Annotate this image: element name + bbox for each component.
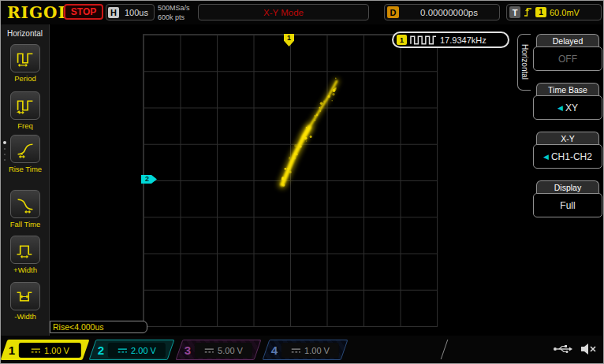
trigger-badge: T xyxy=(509,6,520,18)
period-icon xyxy=(15,50,35,68)
xy-trace xyxy=(50,24,517,336)
horizontal-menu-panel: Horizontal Delayed OFF Time Base ◀ XY X-… xyxy=(517,24,604,336)
channel-status-bar: 1 1.00 V 2 2.00 V xyxy=(1,336,604,364)
trigger-box[interactable]: T 1 60.0mV xyxy=(506,4,602,20)
system-icons xyxy=(553,342,597,356)
time-base-label: Time Base xyxy=(536,83,599,95)
fall-time-icon xyxy=(15,195,35,214)
freq-source-badge: 1 xyxy=(397,35,407,45)
delayed-value: OFF xyxy=(558,54,577,65)
channel-1-scale: 1.00 V xyxy=(44,345,69,355)
dc-coupling-icon xyxy=(204,347,214,353)
measure-item-freq[interactable]: Freq xyxy=(1,91,50,130)
rise-time-button[interactable] xyxy=(10,135,40,163)
channel-4-tab[interactable]: 4 1.00 V xyxy=(263,340,349,360)
memory-depth: 600k pts xyxy=(158,13,190,22)
horizontal-timebase-box[interactable]: H 100us xyxy=(106,4,155,20)
measure-item-neg-width[interactable]: -Width xyxy=(1,282,50,321)
dc-coupling-icon xyxy=(31,347,41,353)
xy-source-value: CH1-CH2 xyxy=(551,151,592,162)
channel-2-number: 2 xyxy=(98,344,104,357)
pos-width-icon xyxy=(15,241,35,259)
measure-menu-panel: Horizontal Period Freq xyxy=(1,24,50,336)
measure-item-period[interactable]: Period xyxy=(1,44,50,83)
measure-item-fall-time[interactable]: Fall Time xyxy=(1,190,50,228)
rise-time-icon xyxy=(15,140,35,158)
pos-width-button[interactable] xyxy=(10,236,40,264)
menu-item-xy-source[interactable]: X-Y ◀ CH1-CH2 xyxy=(533,132,602,169)
freq-label: Freq xyxy=(1,121,50,130)
square-wave-icon xyxy=(410,35,437,45)
delay-badge: D xyxy=(387,6,399,18)
usb-icon xyxy=(553,344,573,355)
delay-box[interactable]: D 0.00000000ps xyxy=(384,4,500,20)
rise-time-label: Rise Time xyxy=(1,165,50,173)
oscilloscope-screen: RIGOL STOP H 100us 500MSa/s 600k pts X-Y… xyxy=(0,0,604,364)
fall-time-label: Fall Time xyxy=(1,220,50,228)
menu-item-display[interactable]: Display Full xyxy=(533,180,602,217)
xy-source-value-button[interactable]: ◀ CH1-CH2 xyxy=(533,144,602,169)
channel-4-scale: 1.00 V xyxy=(304,345,330,355)
scroll-dot xyxy=(4,154,6,155)
scroll-dot-active xyxy=(3,141,6,144)
delayed-value-button[interactable]: OFF xyxy=(533,46,602,71)
bottom-bar-divider xyxy=(441,340,449,359)
neg-width-icon xyxy=(15,288,35,306)
rising-edge-icon xyxy=(524,7,532,17)
channel-1-scale-box: 1.00 V xyxy=(19,343,81,358)
menu-scroll-indicator xyxy=(3,141,6,161)
rigol-logo: RIGOL xyxy=(7,3,70,22)
measure-menu-title: Horizontal xyxy=(1,29,49,38)
mode-banner-box: X-Y Mode xyxy=(198,4,369,20)
delayed-label: Delayed xyxy=(536,34,599,46)
dc-coupling-icon xyxy=(291,347,301,353)
channel-2-tab[interactable]: 2 2.00 V xyxy=(89,340,175,360)
xy-source-label: X-Y xyxy=(536,132,599,144)
menu-item-time-base[interactable]: Time Base ◀ XY xyxy=(533,83,602,120)
freq-icon xyxy=(15,97,35,115)
menu-tab-label: Horizontal xyxy=(520,44,529,80)
display-value-button[interactable]: Full xyxy=(533,193,602,217)
trigger-source-badge: 1 xyxy=(535,7,546,17)
channel-4-number: 4 xyxy=(271,344,278,357)
channel-3-scale: 5.00 V xyxy=(218,345,243,355)
freq-button[interactable] xyxy=(10,91,40,120)
display-value: Full xyxy=(560,200,575,211)
dc-coupling-icon xyxy=(117,347,128,353)
scroll-dot xyxy=(4,159,6,161)
freq-counter-value: 17.9347kHz xyxy=(440,35,487,45)
period-label: Period xyxy=(1,74,50,83)
frequency-counter: 1 17.9347kHz xyxy=(392,32,509,48)
period-button[interactable] xyxy=(10,44,40,72)
neg-width-button[interactable] xyxy=(10,282,40,310)
scroll-dot xyxy=(4,148,6,150)
pos-width-label: +Width xyxy=(1,266,50,274)
measurement-readout: Rise<4.000us xyxy=(50,321,147,333)
left-arrow-icon: ◀ xyxy=(543,153,549,161)
menu-item-delayed[interactable]: Delayed OFF xyxy=(533,34,602,71)
timebase-value: 100us xyxy=(119,8,154,17)
menu-tab-horizontal: Horizontal xyxy=(517,34,531,91)
run-state-badge[interactable]: STOP xyxy=(64,4,103,20)
time-base-value-button[interactable]: ◀ XY xyxy=(533,95,602,120)
time-base-value: XY xyxy=(565,102,578,113)
measure-item-pos-width[interactable]: +Width xyxy=(1,236,50,274)
channel-1-number: 1 xyxy=(9,344,15,357)
channel-3-scale-box: 5.00 V xyxy=(195,343,252,358)
horizontal-badge: H xyxy=(108,7,119,18)
left-arrow-icon: ◀ xyxy=(557,104,563,112)
acquisition-info: 500MSa/s 600k pts xyxy=(158,3,190,22)
mode-banner: X-Y Mode xyxy=(263,8,304,17)
channel-1-tab[interactable]: 1 1.00 V xyxy=(1,340,90,360)
sound-muted-icon xyxy=(580,342,597,356)
waveform-display: 1 2 1 17.9347kHz Rise<4.000us xyxy=(50,24,517,336)
neg-width-label: -Width xyxy=(1,312,50,321)
top-status-bar: RIGOL STOP H 100us 500MSa/s 600k pts X-Y… xyxy=(1,1,604,24)
sample-rate: 500MSa/s xyxy=(158,3,190,13)
channel-2-scale: 2.00 V xyxy=(131,345,156,355)
fall-time-button[interactable] xyxy=(10,190,40,218)
delay-value: 0.00000000ps xyxy=(399,8,499,17)
measure-item-rise-time[interactable]: Rise Time xyxy=(1,135,50,173)
channel-3-tab[interactable]: 3 5.00 V xyxy=(176,340,262,360)
display-label: Display xyxy=(536,180,599,193)
